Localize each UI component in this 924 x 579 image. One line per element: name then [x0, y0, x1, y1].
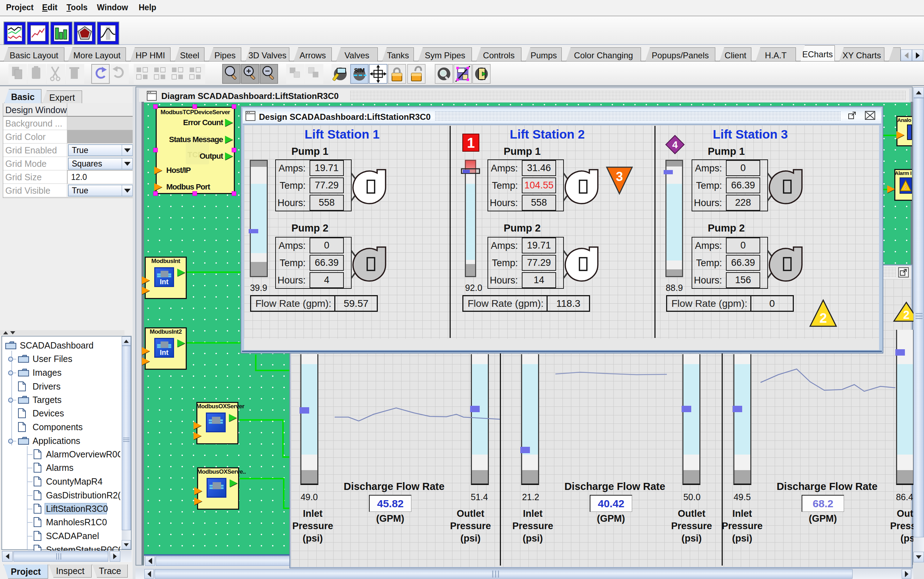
svg-text:2: 2	[903, 309, 909, 321]
svg-text:Int: Int	[160, 348, 169, 356]
svg-text:2: 2	[819, 311, 827, 325]
svg-text:SIM: SIM	[354, 67, 365, 74]
svg-text:2: 2	[904, 185, 908, 191]
svg-text:3: 3	[616, 169, 623, 184]
svg-text:Int: Int	[160, 278, 169, 286]
svg-text:4: 4	[672, 139, 678, 150]
